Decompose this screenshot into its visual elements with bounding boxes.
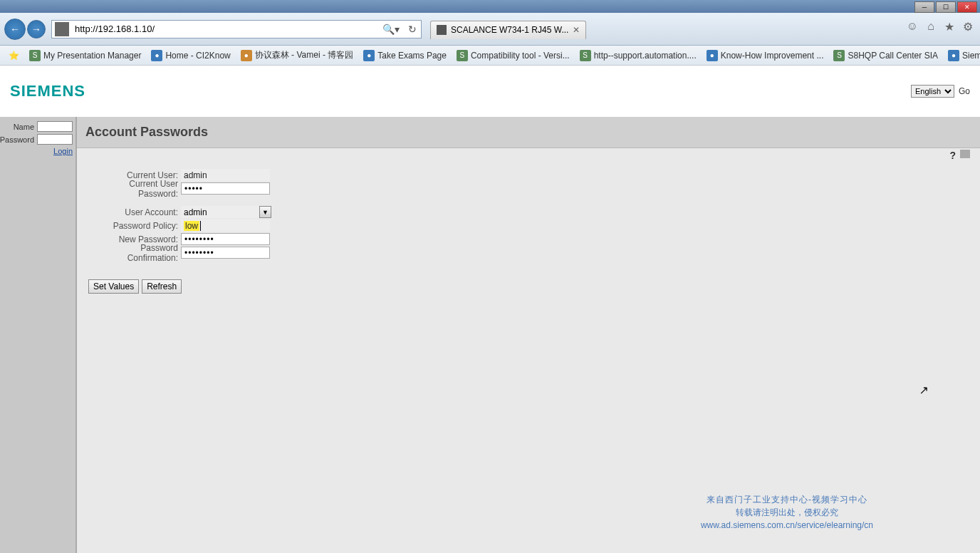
bookmark-bar: ⭐ SMy Presentation Manager ●Home - CI2Kn…: [0, 46, 980, 66]
bookmark-label: http--support.automation....: [594, 51, 697, 61]
name-label: Name: [14, 123, 34, 131]
password-confirm-label: Password Confirmation:: [88, 243, 181, 263]
bookmark-favicon-icon: S: [833, 50, 845, 61]
address-bar[interactable]: 🔍▾ ↻: [51, 20, 422, 38]
favorites-icon[interactable]: ★: [943, 20, 956, 33]
bookmark-label: Siemens Corporate Entitle...: [962, 51, 980, 61]
login-link[interactable]: Login: [3, 147, 73, 155]
current-user-value: admin: [181, 169, 270, 181]
title-band: Account Passwords: [77, 117, 980, 148]
search-icon[interactable]: 🔍▾: [378, 24, 404, 35]
browser-toolbar: ← → 🔍▾ ↻ SCALANCE W734-1 RJ45 W... ✕ ☺ ⌂…: [0, 13, 980, 46]
bookmark-item[interactable]: ●Know-How Improvement ...: [702, 48, 828, 63]
password-confirm-input[interactable]: [181, 247, 270, 259]
close-button[interactable]: ✕: [957, 1, 977, 13]
bookmark-favicon-icon: S: [457, 50, 468, 61]
bookmark-favicon-icon: ●: [948, 50, 959, 61]
bookmark-item[interactable]: ●Take Exams Page: [359, 48, 451, 63]
bookmark-item[interactable]: ●协议森林 - Vamei - 博客园: [236, 48, 358, 63]
password-input[interactable]: [37, 134, 73, 145]
tab-strip: SCALANCE W734-1 RJ45 W... ✕: [430, 19, 586, 39]
tab-close-icon[interactable]: ✕: [573, 25, 580, 35]
login-sidebar: Name Password Login: [0, 117, 77, 553]
site-icon: [55, 22, 69, 36]
reload-icon[interactable]: ↻: [404, 24, 421, 35]
bookmark-item[interactable]: Shttp--support.automation....: [575, 48, 701, 63]
bookmark-label: Home - CI2Know: [165, 51, 230, 61]
window-titlebar: ─ ☐ ✕: [0, 0, 980, 13]
bookmark-label: Know-How Improvement ...: [721, 51, 824, 61]
bookmark-label: Compatibility tool - Versi...: [471, 51, 570, 61]
browser-tab[interactable]: SCALANCE W734-1 RJ45 W... ✕: [430, 21, 586, 39]
bookmark-item[interactable]: ●Siemens Corporate Entitle...: [944, 48, 980, 63]
bookmark-label: 协议森林 - Vamei - 博客园: [255, 49, 353, 61]
new-password-input[interactable]: [181, 233, 270, 245]
language-selector: English Go: [911, 85, 970, 98]
user-account-dropdown-button[interactable]: ▼: [259, 206, 271, 218]
go-link[interactable]: Go: [959, 86, 970, 96]
page: SIEMENS English Go Name Password Login A…: [0, 66, 980, 553]
user-account-value: admin: [181, 206, 259, 218]
home-icon[interactable]: ⌂: [924, 20, 937, 33]
bookmark-favicon-icon: ●: [363, 50, 375, 61]
help-icon[interactable]: ?: [949, 150, 956, 161]
favicon: [437, 25, 447, 35]
smiley-icon[interactable]: ☺: [906, 20, 919, 33]
back-button[interactable]: ←: [4, 19, 26, 40]
watermark-line3: www.ad.siemens.com.cn/service/elearning/…: [701, 519, 873, 532]
watermark-line2: 转载请注明出处，侵权必究: [701, 506, 873, 519]
current-password-label: Current User Password:: [88, 179, 181, 199]
user-account-label: User Account:: [88, 207, 181, 217]
page-header: SIEMENS English Go: [0, 66, 980, 117]
minimize-button[interactable]: ─: [914, 1, 934, 13]
set-values-button[interactable]: Set Values: [88, 279, 139, 294]
mouse-cursor-icon: [919, 383, 929, 397]
bookmark-item[interactable]: ●Home - CI2Know: [147, 48, 234, 63]
content-area: Account Passwords ? Current User: admin …: [77, 117, 980, 553]
password-policy-value: low: [181, 219, 270, 232]
password-form: Current User: admin Current User Passwor…: [77, 148, 980, 276]
bookmark-label: S8HQP Call Center SIA: [848, 51, 938, 61]
maximize-button[interactable]: ☐: [936, 1, 956, 13]
bookmark-favicon-icon: S: [580, 50, 591, 61]
bookmark-item[interactable]: SMy Presentation Manager: [25, 48, 145, 63]
favorites-star-icon[interactable]: ⭐: [4, 49, 24, 62]
bookmark-label: Take Exams Page: [377, 51, 447, 61]
password-policy-label: Password Policy:: [88, 221, 181, 231]
bookmark-label: My Presentation Manager: [43, 51, 141, 61]
print-icon[interactable]: [960, 150, 970, 158]
page-title: Account Passwords: [85, 125, 208, 140]
bookmark-favicon-icon: ●: [707, 50, 718, 61]
bookmark-item[interactable]: SCompatibility tool - Versi...: [452, 48, 574, 63]
watermark: 来自西门子工业支持中心-视频学习中心 转载请注明出处，侵权必究 www.ad.s…: [701, 493, 873, 532]
watermark-line1: 来自西门子工业支持中心-视频学习中心: [701, 493, 873, 506]
tools-icon[interactable]: ⚙: [961, 20, 974, 33]
current-password-input[interactable]: [181, 182, 270, 195]
password-label: Password: [0, 135, 34, 144]
language-select[interactable]: English: [911, 85, 954, 98]
refresh-button[interactable]: Refresh: [142, 279, 182, 294]
siemens-logo: SIEMENS: [10, 82, 85, 100]
bookmark-favicon-icon: S: [29, 50, 41, 61]
tab-title: SCALANCE W734-1 RJ45 W...: [451, 25, 568, 35]
bookmark-item[interactable]: SS8HQP Call Center SIA: [829, 48, 942, 63]
bookmark-favicon-icon: ●: [151, 50, 162, 61]
name-input[interactable]: [37, 121, 73, 132]
window-controls: ─ ☐ ✕: [914, 1, 977, 13]
url-input[interactable]: [72, 24, 378, 34]
forward-button[interactable]: →: [27, 20, 46, 38]
bookmark-favicon-icon: ●: [241, 50, 252, 61]
